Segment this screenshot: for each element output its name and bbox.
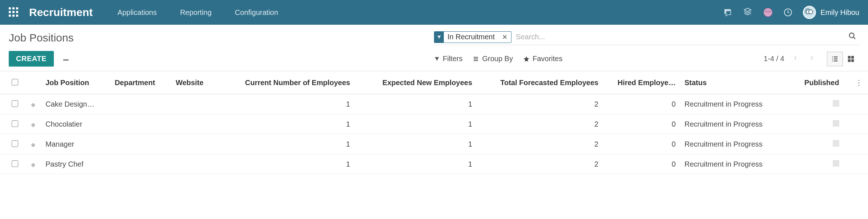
published-toggle[interactable] [833,160,839,167]
view-kanban-button[interactable] [843,52,859,66]
create-button[interactable]: CREATE [9,51,54,67]
pager-prev[interactable] [791,53,800,65]
filters-label: Filters [443,55,462,63]
table-row[interactable]: ◆Chocolatier1120Recruitment in Progress [0,114,868,134]
cell-hired: 0 [603,134,680,154]
row-checkbox[interactable] [12,100,18,107]
cell-total: 2 [477,114,603,134]
table-row[interactable]: ◆Cake Design…1120Recruitment in Progress [0,94,868,114]
control-panel: Job Positions In Recruitment ✕ CREATE Fi… [0,25,868,71]
th-department[interactable]: Department [110,71,171,94]
filter-icon [434,32,444,43]
favorites-button[interactable]: Favorites [523,55,562,63]
pager: 1-4 / 4 [764,53,816,65]
row-checkbox[interactable] [12,160,18,167]
cell-current: 1 [220,134,354,154]
row-checkbox[interactable] [12,140,18,147]
avatar [803,6,816,19]
view-list-button[interactable] [827,52,843,66]
facet-label: In Recruitment [444,33,498,41]
th-optional-cols[interactable]: ⋮ [850,71,868,94]
job-positions-table: Job Position Department Website Current … [0,71,868,174]
cell-website [171,114,220,134]
pager-next[interactable] [807,53,816,65]
select-all-checkbox[interactable] [12,79,18,85]
modules-icon[interactable] [742,7,753,17]
th-website[interactable]: Website [171,71,220,94]
cell-website [171,134,220,154]
cell-hired: 0 [603,154,680,174]
svg-point-0 [764,8,772,16]
th-job[interactable]: Job Position [41,71,110,94]
download-icon[interactable] [62,54,70,64]
groupby-button[interactable]: Group By [473,55,513,63]
th-current[interactable]: Current Number of Employees [220,71,354,94]
cell-website [171,94,220,114]
published-toggle[interactable] [833,120,839,127]
published-toggle[interactable] [833,140,839,147]
th-hired[interactable]: Hired Employe… [603,71,680,94]
clock-icon[interactable] [783,8,793,17]
cell-department [110,134,171,154]
cell-hired: 0 [603,94,680,114]
cell-expected: 1 [354,114,477,134]
apps-menu-icon[interactable] [9,7,19,17]
cell-status: Recruitment in Progress [680,94,794,114]
cell-expected: 1 [354,94,477,114]
svg-point-3 [766,11,767,12]
cell-current: 1 [220,154,354,174]
svg-rect-7 [848,56,851,58]
filters-button[interactable]: Filters [434,55,462,63]
cell-current: 1 [220,94,354,114]
cell-total: 2 [477,134,603,154]
cell-department [110,154,171,174]
table-header-row: Job Position Department Website Current … [0,71,868,94]
published-toggle[interactable] [833,100,839,107]
svg-rect-10 [851,59,854,61]
nav-link-configuration[interactable]: Configuration [228,8,286,17]
svg-rect-8 [851,56,854,58]
search-facet: In Recruitment ✕ [434,31,511,43]
view-switcher [827,51,859,67]
messages-icon[interactable] [723,8,732,17]
cell-department [110,94,171,114]
cell-hired: 0 [603,114,680,134]
drag-handle-icon[interactable]: ◆ [31,142,35,148]
cell-job: Pastry Chef [45,160,83,168]
nav-link-applications[interactable]: Applications [110,8,164,17]
cell-job: Manager [45,140,74,148]
svg-point-6 [849,33,854,38]
search-bar: In Recruitment ✕ [434,31,859,45]
svg-point-4 [769,11,770,12]
groupby-label: Group By [482,55,513,63]
table-row[interactable]: ◆Pastry Chef1120Recruitment in Progress [0,154,868,174]
top-navbar: Recruitment Applications Reporting Confi… [0,0,868,25]
cell-expected: 1 [354,154,477,174]
th-status[interactable]: Status [680,71,794,94]
favorites-label: Favorites [533,55,562,63]
search-icon[interactable] [845,31,859,43]
cell-total: 2 [477,154,603,174]
pager-value[interactable]: 1-4 / 4 [764,55,784,63]
cell-job: Chocolatier [45,120,82,128]
drag-handle-icon[interactable]: ◆ [31,162,35,168]
th-expected[interactable]: Expected New Employees [354,71,477,94]
row-checkbox[interactable] [12,120,18,127]
th-published[interactable]: Published [794,71,850,94]
user-menu[interactable]: Emily Hibou [803,6,859,19]
cell-website [171,154,220,174]
drag-handle-icon[interactable]: ◆ [31,101,35,108]
drag-handle-icon[interactable]: ◆ [31,122,35,128]
nav-link-reporting[interactable]: Reporting [173,8,219,17]
svg-rect-9 [848,59,851,61]
cell-expected: 1 [354,134,477,154]
cell-current: 1 [220,114,354,134]
search-input[interactable] [514,31,845,43]
table-row[interactable]: ◆Manager1120Recruitment in Progress [0,134,868,154]
brand-title[interactable]: Recruitment [29,6,93,19]
cell-total: 2 [477,94,603,114]
user-name: Emily Hibou [820,8,859,17]
facet-remove[interactable]: ✕ [498,33,511,41]
th-total[interactable]: Total Forecasted Employees [477,71,603,94]
owl-icon[interactable] [763,7,773,17]
